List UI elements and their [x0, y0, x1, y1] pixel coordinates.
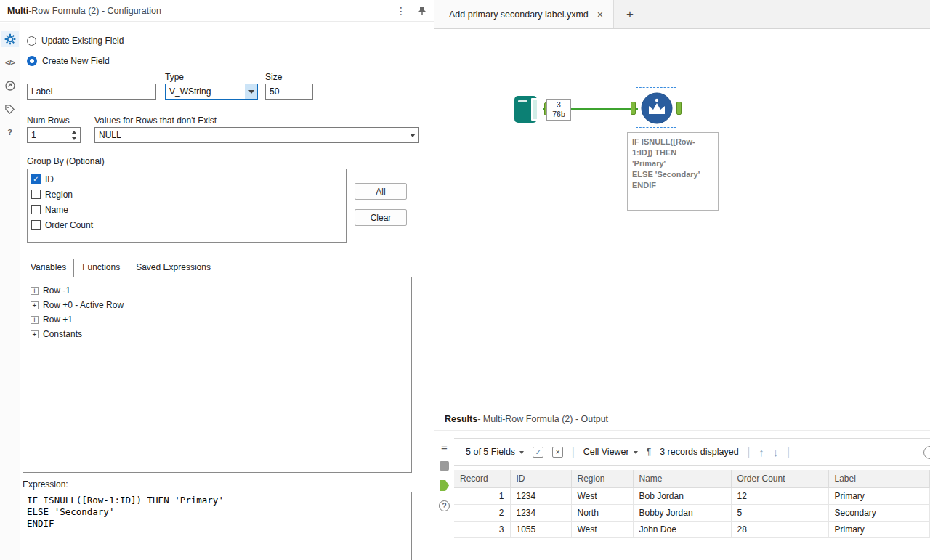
expression-editor[interactable]: IF ISNULL([Row-1:ID]) THEN 'Primary' ELS…	[23, 492, 412, 560]
column-header[interactable]: Name	[633, 470, 731, 487]
table-cell: 1055	[510, 521, 571, 537]
new-field-block: Type Size V_WString	[21, 72, 426, 107]
chevron-down-icon	[634, 451, 638, 456]
canvas-area: Add primary secondary label.yxmd × + 3	[434, 0, 930, 407]
table-cell: 3	[454, 521, 510, 537]
values-dropdown[interactable]: NULL	[94, 127, 419, 143]
radio-unselected-icon[interactable]	[27, 36, 36, 46]
column-header[interactable]: Label	[828, 470, 930, 487]
checkbox-icon[interactable]	[31, 190, 41, 199]
variables-tree[interactable]: +Row -1+Row +0 - Active Row+Row +1+Const…	[23, 277, 412, 473]
checkbox-checked-icon[interactable]: ✓	[31, 174, 41, 184]
output-anchor-icon[interactable]	[440, 480, 449, 491]
help-icon[interactable]: ?	[439, 500, 450, 511]
input-data-tool[interactable]	[511, 93, 543, 125]
group-by-list[interactable]: ✓IDRegionNameOrder Count	[27, 169, 347, 243]
group-by-item[interactable]: Region	[29, 187, 344, 202]
help-icon[interactable]: ?	[1, 124, 19, 140]
table-cell: 1234	[510, 487, 571, 504]
column-header[interactable]: Order Count	[731, 470, 828, 487]
table-cell: 28	[731, 521, 828, 537]
radio-update-existing-field[interactable]: Update Existing Field	[27, 34, 426, 47]
tab-saved-expressions[interactable]: Saved Expressions	[128, 259, 219, 277]
output-anchor[interactable]	[676, 102, 682, 115]
metadata-view-icon[interactable]	[440, 461, 449, 471]
config-title-rest: -Row Formula (2) - Configuration	[28, 6, 161, 16]
results-title-rest: - Multi-Row Formula (2) - Output	[477, 414, 608, 424]
tag-icon[interactable]	[1, 101, 19, 117]
document-tabbar: Add primary secondary label.yxmd × +	[434, 0, 930, 29]
spin-up-icon[interactable]	[68, 128, 80, 135]
tree-item[interactable]: +Row +0 - Active Row	[26, 298, 408, 312]
pin-icon[interactable]	[418, 6, 426, 16]
group-by-item[interactable]: Name	[29, 202, 344, 217]
expand-icon[interactable]: +	[31, 330, 39, 338]
configuration-panel: Multi-Row Formula (2) - Configuration ⋮ …	[0, 0, 434, 560]
workflow-tab[interactable]: Add primary secondary label.yxmd ×	[434, 0, 614, 28]
table-cell: 1	[454, 487, 510, 504]
table-row[interactable]: 11234WestBob Jordan12Primary	[454, 487, 930, 504]
results-title: Results	[445, 414, 477, 424]
column-header[interactable]: ID	[510, 470, 571, 487]
group-by-item[interactable]: Order Count	[29, 217, 344, 232]
move-up-icon[interactable]: ↑	[759, 446, 764, 458]
search-icon[interactable]	[923, 446, 930, 459]
radio-create-new-field[interactable]: Create New Field	[27, 54, 426, 68]
navigation-arrow-icon[interactable]	[1, 78, 19, 94]
type-dropdown-value: V_WString	[169, 86, 211, 97]
table-row[interactable]: 31055WestJohn Doe28Primary	[454, 521, 930, 537]
table-row[interactable]: 21234NorthBobby Jordan5Secondary	[454, 504, 930, 521]
type-dropdown[interactable]: V_WString	[165, 84, 258, 100]
expand-icon[interactable]: +	[31, 287, 39, 295]
tool-annotation[interactable]: IF ISNULL([Row- 1:ID]) THEN 'Primary' EL…	[627, 132, 719, 211]
size-input[interactable]	[265, 84, 313, 100]
spin-down-icon[interactable]	[68, 135, 80, 142]
fields-dropdown[interactable]: 5 of 5 Fields	[466, 447, 524, 457]
results-toolbar: 5 of 5 Fields ✓ × | Cell Viewer ¶ 3 reco…	[454, 438, 930, 466]
pilcrow-icon: ¶	[647, 447, 651, 457]
column-header[interactable]: Region	[571, 470, 633, 487]
tree-item[interactable]: +Constants	[26, 327, 408, 341]
tab-variables[interactable]: Variables	[23, 259, 74, 277]
group-by-label: Group By (Optional)	[27, 156, 426, 166]
values-label: Values for Rows that don't Exist	[94, 115, 217, 126]
discard-changes-icon[interactable]: ×	[552, 447, 563, 458]
annotation-code-icon[interactable]: </>	[1, 54, 19, 70]
new-tab-button[interactable]: +	[614, 0, 646, 28]
group-by-item-label: Order Count	[45, 220, 93, 230]
workflow-canvas[interactable]: 3 76b IF ISNULL([Row- 1:ID]) THEN 'Prima…	[434, 29, 930, 407]
cell-viewer-dropdown[interactable]: Cell Viewer	[583, 447, 638, 457]
input-anchor[interactable]	[631, 102, 636, 115]
connection-count: 3	[557, 100, 561, 110]
tree-item-label: Row +1	[43, 315, 73, 325]
column-header[interactable]: Record	[454, 470, 510, 487]
list-view-icon[interactable]: ≡	[441, 442, 448, 452]
all-button[interactable]: All	[355, 183, 407, 200]
tab-functions[interactable]: Functions	[74, 259, 128, 277]
checkbox-icon[interactable]	[31, 220, 41, 230]
move-down-icon[interactable]: ↓	[773, 446, 779, 458]
group-by-item[interactable]: ✓ID	[29, 171, 344, 187]
tree-item[interactable]: +Row +1	[26, 312, 408, 327]
results-grid-wrap: RecordIDRegionNameOrder CountLabel 11234…	[454, 470, 930, 538]
tree-item[interactable]: +Row -1	[26, 283, 408, 298]
expand-icon[interactable]: +	[31, 316, 39, 324]
radio-update-label: Update Existing Field	[41, 36, 124, 46]
close-tab-icon[interactable]: ×	[597, 9, 603, 20]
results-header-row: RecordIDRegionNameOrder CountLabel	[454, 470, 930, 487]
field-name-input[interactable]	[27, 84, 156, 100]
checkbox-icon[interactable]	[31, 205, 41, 214]
more-options-icon[interactable]: ⋮	[396, 5, 406, 17]
num-rows-spinner[interactable]: 1	[27, 127, 81, 143]
expand-icon[interactable]: +	[31, 301, 39, 309]
configuration-gear-icon[interactable]	[1, 31, 19, 47]
apply-changes-icon[interactable]: ✓	[533, 447, 543, 458]
size-label: Size	[265, 72, 282, 82]
clear-button[interactable]: Clear	[355, 209, 407, 226]
config-header: Multi-Row Formula (2) - Configuration ⋮	[0, 0, 434, 22]
fields-dropdown-value: 5 of 5 Fields	[466, 447, 515, 457]
group-by-item-label: Name	[45, 205, 68, 215]
chevron-down-icon	[519, 451, 524, 456]
multi-row-formula-tool[interactable]	[636, 87, 676, 128]
radio-selected-icon[interactable]	[27, 56, 37, 66]
